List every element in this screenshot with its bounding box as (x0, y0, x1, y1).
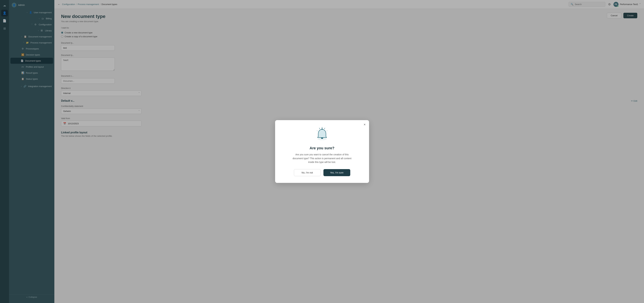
modal-body: Are you sure you want to cancel the crea… (290, 153, 354, 164)
modal-title: Are you sure? (310, 146, 334, 150)
modal-no-button[interactable]: No, I'm not (294, 169, 321, 176)
modal-actions: No, I'm not Yes, I'm sure (283, 169, 361, 176)
modal-dialog: × Are you sure? Are you (275, 120, 369, 183)
svg-line-4 (319, 128, 320, 129)
modal-overlay[interactable]: × Are you sure? Are you (0, 0, 644, 303)
svg-point-1 (322, 128, 322, 130)
svg-line-3 (324, 128, 325, 129)
modal-yes-button[interactable]: Yes, I'm sure (324, 169, 350, 176)
svg-line-5 (317, 130, 318, 131)
modal-close-button[interactable]: × (364, 123, 366, 126)
modal-illustration (314, 127, 330, 142)
svg-line-6 (326, 130, 327, 131)
